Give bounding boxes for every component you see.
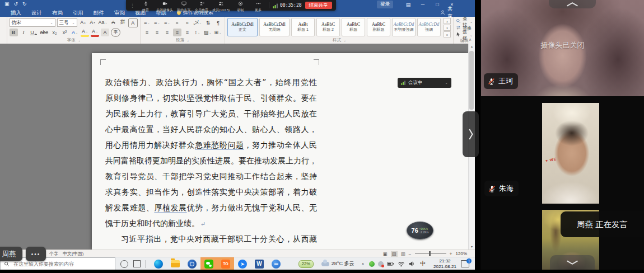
taskbar-app-explorer[interactable] bbox=[167, 257, 184, 270]
zoom-level[interactable]: 120% bbox=[456, 251, 467, 256]
paragraph-numbering-button[interactable]: ≡ bbox=[153, 19, 161, 27]
font-shrink-font-button[interactable]: A bbox=[88, 18, 97, 26]
font-grow-font-button[interactable]: A bbox=[79, 18, 87, 26]
styles-scroll-button[interactable]: ▴ bbox=[444, 18, 451, 24]
video-tile-wangke[interactable]: 摄像头已关闭 王珂 bbox=[481, 0, 644, 96]
scroll-participants-up-button[interactable] bbox=[549, 0, 596, 8]
battery-widget[interactable]: 22% bbox=[298, 260, 314, 268]
meetbar-more-button[interactable]: 更多 bbox=[251, 0, 265, 12]
font-strikethrough-button[interactable]: abc bbox=[40, 29, 49, 36]
ribbon-tab-插入[interactable]: 插入 bbox=[6, 8, 26, 17]
style-card-正文[interactable]: AaBbCcDdl正文 bbox=[227, 18, 258, 36]
search-input[interactable] bbox=[12, 261, 104, 267]
paragraph-sort-button[interactable]: ⇅ bbox=[204, 19, 212, 27]
font-superscript-button[interactable]: x² bbox=[60, 29, 69, 36]
font-enclose-characters-button[interactable]: 字 bbox=[111, 28, 120, 37]
dialog-launcher-icon[interactable]: ⌄ bbox=[342, 38, 347, 43]
tray-mic-icon[interactable] bbox=[378, 261, 384, 267]
font-italic-button[interactable]: I bbox=[20, 29, 28, 36]
zoom-slider[interactable] bbox=[415, 253, 446, 254]
task-view-button[interactable] bbox=[133, 260, 141, 267]
meetbar-screen-button[interactable]: 新的共享 bbox=[176, 0, 191, 12]
paragraph-borders-button[interactable]: ⊞ bbox=[213, 29, 222, 36]
style-card-标题 2[interactable]: AaBbC标题 2 bbox=[316, 18, 340, 36]
font-change-case-button[interactable]: Aa bbox=[98, 18, 108, 26]
meetbar-mic-button[interactable]: 静音 bbox=[138, 0, 153, 12]
style-card-无间隔[interactable]: AaBbCcDdl无间隔 bbox=[259, 18, 290, 36]
taskbar-app-todo[interactable]: TO bbox=[217, 257, 234, 270]
paragraph-align-right-button[interactable]: ≡ bbox=[163, 29, 171, 36]
cortana-button[interactable] bbox=[120, 260, 128, 268]
editing-find-button[interactable]: 查找⌄ bbox=[456, 18, 473, 25]
meetbar-camera-button[interactable]: 关闭摄像头 bbox=[156, 0, 173, 12]
scroll-participants-down-button[interactable] bbox=[550, 255, 595, 270]
paragraph-multilevel-list-button[interactable]: ≡ bbox=[163, 19, 171, 27]
battery-icon[interactable] bbox=[387, 261, 394, 267]
ribbon-tab-设计[interactable]: 设计 bbox=[26, 8, 47, 17]
collapse-ribbon-icon[interactable]: ∧ bbox=[469, 37, 472, 42]
font-bold-button[interactable]: B bbox=[10, 29, 18, 36]
font-highlight-color-button[interactable]: A bbox=[81, 27, 89, 37]
zoom-out-button[interactable]: − bbox=[409, 251, 412, 257]
taskbar-app-docs[interactable] bbox=[268, 257, 284, 270]
ribbon-tab-引用[interactable]: 引用 bbox=[68, 8, 88, 17]
tray-app-green-icon[interactable] bbox=[369, 261, 375, 267]
print-layout-icon[interactable]: ▤ bbox=[391, 251, 398, 257]
drag-handle-icon[interactable]: ⋮ bbox=[130, 3, 135, 8]
paragraph-justify-button[interactable]: ≡ bbox=[173, 29, 181, 36]
dialog-launcher-icon[interactable]: ⌄ bbox=[76, 38, 81, 43]
language-status[interactable]: 中文(中国) bbox=[63, 251, 83, 257]
meetbar-record-button[interactable]: 录制 bbox=[233, 0, 248, 12]
paragraph-decrease-indent-button[interactable]: « bbox=[173, 19, 181, 27]
floating-speaker-chip[interactable]: 周燕 bbox=[0, 247, 22, 261]
paragraph-distribute-button[interactable]: ≡ bbox=[183, 29, 192, 36]
sign-in-button[interactable]: 登录 bbox=[377, 1, 393, 8]
paragraph-show-marks-button[interactable]: ¶ bbox=[214, 19, 222, 27]
meetbar-mute-all-button[interactable]: 全员静音 bbox=[194, 0, 209, 12]
web-layout-icon[interactable]: ▥ bbox=[401, 251, 405, 257]
paragraph-shading-button[interactable]: ▨ bbox=[203, 29, 212, 36]
styles-scroll-button[interactable]: ▾ bbox=[444, 25, 451, 31]
ribbon-tab-邮件[interactable]: 邮件 bbox=[88, 8, 109, 17]
minimize-button[interactable]: ─ bbox=[416, 0, 430, 8]
volume-icon[interactable] bbox=[408, 261, 416, 267]
font-font-color-button[interactable]: A bbox=[91, 27, 99, 37]
style-card-标题 1[interactable]: AaBt标题 1 bbox=[291, 18, 315, 36]
font-name-combo[interactable]: 仿宋⌄ bbox=[10, 18, 55, 27]
paragraph-bullets-button[interactable]: ≡ bbox=[143, 19, 151, 27]
weather-widget[interactable]: 28°C 多云 bbox=[321, 260, 354, 267]
paragraph-align-left-button[interactable]: ≡ bbox=[143, 29, 151, 36]
zoom-in-button[interactable]: + bbox=[450, 251, 452, 257]
font-text-effects-button[interactable]: A bbox=[71, 29, 79, 36]
font-character-shading-button[interactable]: A bbox=[101, 29, 109, 36]
word-count[interactable]: 个字 bbox=[49, 251, 58, 257]
video-tile-zhuhai[interactable]: ♥ WE bbox=[542, 103, 599, 204]
style-card-强调[interactable]: AaBbCcDd强调 bbox=[417, 18, 441, 36]
taskbar-app-meeting[interactable]: ➤ bbox=[234, 257, 251, 270]
network-icon[interactable] bbox=[398, 261, 405, 267]
font-underline-button[interactable]: U bbox=[30, 29, 38, 36]
style-card-副标题[interactable]: AaBbC副标题 bbox=[367, 18, 390, 36]
font-character-border-button[interactable]: A bbox=[128, 18, 138, 27]
scrollbar-thumb[interactable] bbox=[469, 51, 474, 110]
style-card-不明显强调[interactable]: AaBbCcDd不明显强调 bbox=[392, 18, 416, 36]
font-size-combo[interactable]: 三号⌄ bbox=[57, 18, 77, 27]
save-icon[interactable]: ▣ bbox=[4, 0, 10, 8]
taskbar-app-word[interactable]: W bbox=[251, 257, 268, 270]
scroll-down-icon[interactable]: ▾ bbox=[469, 244, 475, 250]
meeting-status-pill[interactable]: 会议中 ⌄ bbox=[398, 78, 451, 88]
dialog-launcher-icon[interactable]: ⌄ bbox=[185, 38, 190, 43]
paragraph-increase-indent-button[interactable]: » bbox=[183, 19, 192, 27]
taskbar-app-wechat[interactable] bbox=[200, 257, 217, 270]
ribbon-display-options-icon[interactable]: ▤ bbox=[401, 0, 416, 8]
panel-collapse-button[interactable] bbox=[463, 111, 479, 157]
paragraph-align-center-button[interactable]: ≡ bbox=[153, 29, 161, 36]
speed-ball-widget[interactable]: 76 ↑16K/s ↓2.2K/s bbox=[407, 222, 433, 239]
taskbar-app-edge[interactable] bbox=[150, 257, 167, 270]
style-card-标题[interactable]: AaBbC标题 bbox=[342, 18, 365, 36]
redo-icon[interactable]: ↻ bbox=[22, 0, 27, 8]
paragraph-asian-layout-button[interactable]: 乄 bbox=[193, 19, 202, 27]
notification-center-icon[interactable]: 1 bbox=[461, 260, 469, 267]
paragraph-line-spacing-button[interactable]: ↕ bbox=[193, 29, 202, 36]
ribbon-tab-布局[interactable]: 布局 bbox=[47, 8, 68, 17]
